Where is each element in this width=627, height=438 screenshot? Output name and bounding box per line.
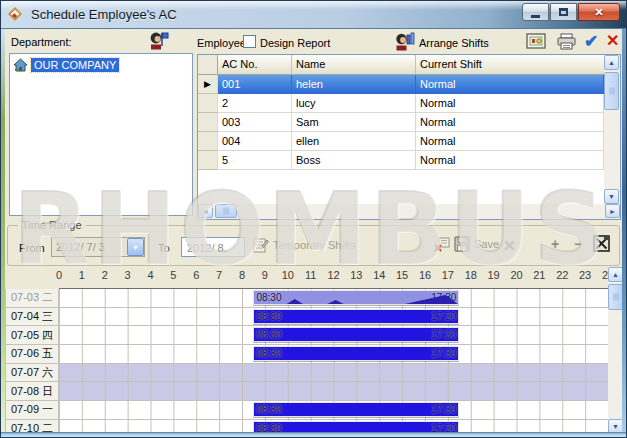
design-report-checkbox[interactable] [243,35,256,48]
gantt-row-label: 07-06 五 [5,345,59,364]
company-house-icon [13,58,28,72]
scroll-right-icon[interactable]: ► [605,204,620,218]
maximize-icon [559,8,568,16]
table-row[interactable]: ▶001helenNormal [198,75,604,94]
close-button[interactable]: ✕ [578,3,620,21]
cancel-icon[interactable]: ✕ [606,33,619,49]
shift-bar[interactable]: 08:3017:30 [253,290,459,305]
minimize-button[interactable] [522,3,549,21]
hour-label: 0 [56,269,62,281]
gantt-row-grid[interactable]: 08:3017:30 [59,289,608,308]
gantt-row-grid-weekend[interactable] [59,382,608,401]
gantt-row-grid[interactable]: 08:3017:30 [59,345,608,364]
employee-table-body: ▶001helenNormal2lucyNormal003SamNormal00… [198,75,604,204]
dropdown-arrow-icon[interactable]: ▼ [127,238,144,256]
gantt-row-grid[interactable]: 08:3017:30 [59,326,608,345]
tree-item-our-company[interactable]: OUR COMPANY [11,56,191,73]
hour-label: 9 [262,269,268,281]
hour-label: 3 [125,269,131,281]
table-vscroll-thumb[interactable] [604,72,619,110]
add-icon[interactable]: + [551,237,559,251]
minimize-icon [531,15,540,18]
department-tree[interactable]: OUR COMPANY [9,53,193,216]
shift-bar[interactable]: 08:3017:30 [253,402,459,417]
row-indicator [198,94,218,113]
window-title: Schedule Employee's AC [31,7,177,22]
shift-bar[interactable]: 08:3017:30 [253,346,459,361]
design-report-label: Design Report [260,37,330,49]
table-row[interactable]: 5BossNormal [198,151,604,170]
report-icon[interactable] [526,33,546,50]
header-name[interactable]: Name [292,55,416,75]
table-hscrollbar[interactable]: ◄ ► [198,204,620,219]
header-ac-no[interactable]: AC No. [218,55,292,75]
row-indicator: ▶ [198,75,218,94]
delete-shift-icon[interactable] [433,237,451,253]
save-disk-icon [454,236,470,252]
titlebar[interactable]: Schedule Employee's AC ✕ [1,1,626,29]
shift-bar[interactable]: 08:3017:30 [253,327,459,342]
department-label: Department: [11,36,72,48]
gantt-row: 07-06 五08:3017:30 [5,345,624,364]
dialog-body: Department: OUR COMPANY [5,29,624,434]
table-hscroll-thumb[interactable] [215,204,237,218]
arrange-shifts-label[interactable]: Arrange Shifts [419,37,489,49]
row-indicator [198,151,218,170]
gantt-scroll-up-icon[interactable]: ▲ [608,267,623,282]
gantt-row: 07-09 一08:3017:30 [5,401,624,420]
scroll-down-icon[interactable]: ▼ [604,189,619,204]
window-border-right [622,29,626,437]
arrange-shifts-icon[interactable] [395,32,415,51]
clear-icon[interactable]: ✕ [503,238,516,253]
table-row[interactable]: 2lucyNormal [198,94,604,113]
remove-icon[interactable]: − [574,237,582,251]
hour-label: 5 [170,269,176,281]
cell-current-shift: Normal [416,151,604,170]
cell-current-shift: Normal [416,94,604,113]
gantt-vscroll-thumb[interactable] [608,284,623,310]
temporary-shifts-icon [253,237,269,253]
gantt-row-grid-weekend[interactable] [59,364,608,383]
gantt-row-grid[interactable]: 08:3017:30 [59,401,608,420]
shift-start-label: 08:30 [256,311,281,322]
save-label: Save [474,238,499,250]
hour-label: 7 [216,269,222,281]
gantt-rows: 07-03 二08:3017:3007-04 三08:3017:3007-05 … [5,289,624,434]
from-date-value: 2012/ 7/ 3 [52,241,127,253]
table-vscrollbar[interactable]: ▲ ▼ [604,55,620,204]
employee-table-header: AC No. Name Current Shift [198,55,620,75]
hour-label: 21 [533,269,545,281]
exit-icon[interactable] [593,235,610,252]
cell-name: helen [292,75,416,94]
hour-label: 2 [102,269,108,281]
hour-label: 17 [442,269,454,281]
scroll-up-icon[interactable]: ▲ [604,55,619,70]
hour-label: 15 [396,269,408,281]
hour-label: 8 [239,269,245,281]
gantt-row-label: 07-09 一 [5,401,59,420]
maximize-button[interactable] [550,3,577,21]
hour-label: 18 [465,269,477,281]
cell-name: ellen [292,132,416,151]
gantt-row-grid[interactable]: 08:3017:30 [59,308,608,327]
to-date-field[interactable]: 2012/ 8. [181,237,245,257]
table-row[interactable]: 004ellenNormal [198,132,604,151]
shift-end-label: 17:30 [431,404,456,415]
header-current-shift[interactable]: Current Shift [416,55,620,75]
from-date-picker[interactable]: 2012/ 7/ 3 ▼ [51,237,145,257]
save-button[interactable]: Save [454,236,499,252]
close-icon: ✕ [594,7,603,18]
hour-label: 4 [147,269,153,281]
shift-bar[interactable]: 08:3017:30 [253,309,459,324]
hour-label: 19 [488,269,500,281]
hour-label: 12 [327,269,339,281]
confirm-icon[interactable]: ✔ [584,33,598,50]
table-row[interactable]: 003SamNormal [198,113,604,132]
gantt-row: 07-08 日 [5,382,624,401]
cell-ac-no: 001 [218,75,292,94]
cell-ac-no: 004 [218,132,292,151]
gantt-row-label: 07-07 六 [5,364,59,383]
print-icon[interactable] [556,33,577,51]
temporary-shifts-button[interactable]: Temporary Shifts [253,237,356,253]
scroll-left-icon[interactable]: ◄ [198,204,213,218]
